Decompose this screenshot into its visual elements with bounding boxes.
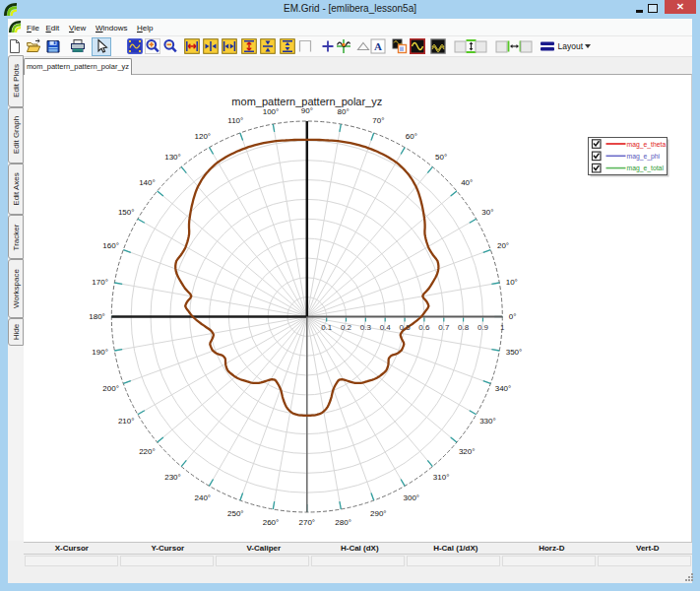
svg-text:320°: 320° — [459, 447, 476, 456]
svg-text:30°: 30° — [481, 208, 493, 217]
svg-text:280°: 280° — [335, 518, 351, 527]
svg-text:mag_e_total: mag_e_total — [627, 164, 665, 172]
svg-text:0.8: 0.8 — [458, 323, 470, 332]
svg-text:160°: 160° — [102, 241, 119, 250]
svg-text:130°: 130° — [164, 153, 181, 162]
svg-text:60°: 60° — [406, 132, 417, 141]
svg-text:0.2: 0.2 — [341, 323, 352, 332]
svg-text:90°: 90° — [301, 106, 313, 115]
svg-text:0.5: 0.5 — [400, 323, 412, 332]
svg-text:mom_pattern_pattern_polar_yz: mom_pattern_pattern_polar_yz — [231, 96, 382, 107]
svg-text:40°: 40° — [461, 178, 473, 187]
svg-text:0.6: 0.6 — [418, 323, 430, 332]
svg-text:0.1: 0.1 — [321, 323, 333, 332]
svg-text:mag_e_theta: mag_e_theta — [627, 141, 667, 149]
svg-text:120°: 120° — [195, 132, 212, 141]
svg-text:150°: 150° — [118, 208, 135, 217]
svg-text:50°: 50° — [435, 153, 447, 162]
svg-text:140°: 140° — [139, 178, 156, 187]
svg-text:290°: 290° — [370, 509, 387, 518]
svg-text:mag_e_phi: mag_e_phi — [627, 153, 661, 161]
svg-text:350°: 350° — [506, 348, 523, 357]
svg-text:200°: 200° — [102, 384, 119, 393]
svg-text:310°: 310° — [433, 473, 450, 482]
svg-text:A: A — [374, 40, 382, 52]
svg-text:0.9: 0.9 — [477, 323, 489, 332]
svg-text:270°: 270° — [299, 518, 316, 527]
svg-text:70°: 70° — [372, 116, 384, 125]
svg-text:20°: 20° — [497, 241, 509, 250]
svg-text:0.4: 0.4 — [380, 323, 392, 332]
svg-text:110°: 110° — [227, 116, 243, 125]
svg-text:180°: 180° — [89, 312, 105, 321]
svg-text:210°: 210° — [118, 417, 135, 426]
svg-text:240°: 240° — [195, 493, 212, 502]
svg-text:0.3: 0.3 — [360, 323, 372, 332]
svg-text:1: 1 — [500, 323, 505, 332]
svg-text:190°: 190° — [92, 348, 108, 357]
svg-text:100°: 100° — [263, 107, 280, 116]
svg-text:260°: 260° — [263, 518, 280, 527]
svg-text:80°: 80° — [338, 107, 350, 116]
svg-text:300°: 300° — [404, 493, 420, 502]
svg-text:250°: 250° — [227, 509, 244, 518]
svg-text:340°: 340° — [495, 384, 512, 393]
svg-text:10°: 10° — [506, 278, 518, 287]
svg-text:0.7: 0.7 — [438, 323, 450, 332]
svg-text:330°: 330° — [479, 417, 496, 426]
svg-text:230°: 230° — [164, 473, 181, 482]
svg-text:0°: 0° — [509, 312, 517, 321]
svg-text:220°: 220° — [139, 447, 156, 456]
svg-text:170°: 170° — [92, 278, 108, 287]
